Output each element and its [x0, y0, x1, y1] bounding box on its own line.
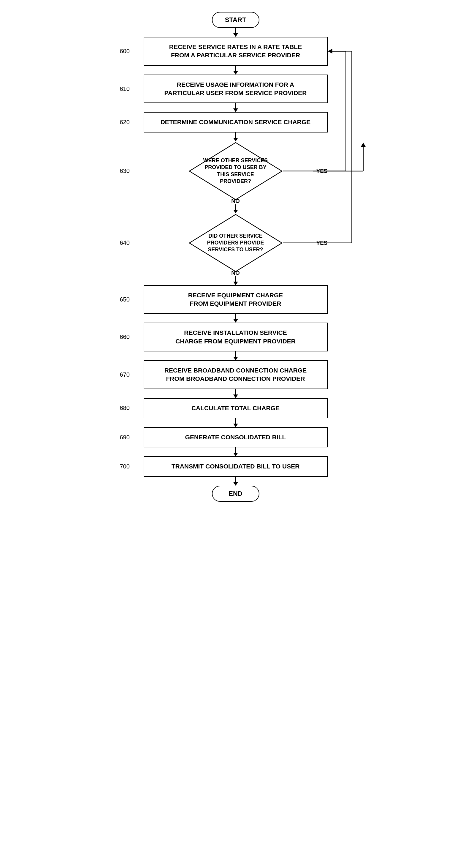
step640-diamond-container: DID OTHER SERVICE PROVIDERS PROVIDE SERV… — [188, 213, 283, 273]
step690-label: 690 — [120, 434, 130, 441]
step670-label: 670 — [120, 371, 130, 378]
step630-row: 630 WERE OTHER SERVICES PROVIDED TO USER… — [102, 142, 369, 201]
step620-row: 620 DETERMINE COMMUNICATION SERVICE CHAR… — [102, 112, 369, 132]
step670-box: RECEIVE BROADBAND CONNECTION CHARGE FROM… — [144, 360, 328, 389]
step610-box: RECEIVE USAGE INFORMATION FOR A PARTICUL… — [144, 74, 328, 103]
step620-label: 620 — [120, 119, 130, 126]
step640-section: 640 DID OTHER SERVICE PROVIDERS PROVIDE … — [102, 213, 369, 276]
step600-label: 600 — [120, 48, 130, 55]
step690-box: GENERATE CONSOLIDATED BILL — [144, 427, 328, 447]
flowchart: START 600 RECEIVE SERVICE RATES IN A RAT… — [102, 12, 369, 502]
end-row: END — [102, 486, 369, 502]
start-node: START — [212, 12, 259, 28]
end-node: END — [212, 486, 259, 502]
step600-box: RECEIVE SERVICE RATES IN A RATE TABLE FR… — [144, 37, 328, 66]
step650-box: RECEIVE EQUIPMENT CHARGE FROM EQUIPMENT … — [144, 285, 328, 314]
step650-label: 650 — [120, 296, 130, 303]
step640-row: 640 DID OTHER SERVICE PROVIDERS PROVIDE … — [102, 213, 369, 273]
step660-row: 660 RECEIVE INSTALLATION SERVICE CHARGE … — [102, 322, 369, 351]
step700-label: 700 — [120, 463, 130, 470]
step700-row: 700 TRANSMIT CONSOLIDATED BILL TO USER — [102, 456, 369, 476]
step680-label: 680 — [120, 405, 130, 411]
step640-text: DID OTHER SERVICE PROVIDERS PROVIDE SERV… — [188, 229, 283, 256]
step650-row: 650 RECEIVE EQUIPMENT CHARGE FROM EQUIPM… — [102, 285, 369, 314]
step630-diamond-container: WERE OTHER SERVICES PROVIDED TO USER BY … — [188, 142, 283, 201]
step660-box: RECEIVE INSTALLATION SERVICE CHARGE FROM… — [144, 322, 328, 351]
step670-row: 670 RECEIVE BROADBAND CONNECTION CHARGE … — [102, 360, 369, 389]
step620-box: DETERMINE COMMUNICATION SERVICE CHARGE — [144, 112, 328, 132]
start-row: START — [102, 12, 369, 28]
step640-yes-label: YES — [316, 240, 327, 246]
step610-row: 610 RECEIVE USAGE INFORMATION FOR A PART… — [102, 74, 369, 103]
step600-row: 600 RECEIVE SERVICE RATES IN A RATE TABL… — [102, 37, 369, 66]
step630-label: 630 — [120, 167, 130, 174]
step680-row: 680 CALCULATE TOTAL CHARGE — [102, 398, 369, 418]
step610-label: 610 — [120, 86, 130, 92]
step630-text: WERE OTHER SERVICES PROVIDED TO USER BY … — [188, 154, 283, 188]
step660-label: 660 — [120, 334, 130, 340]
step640-label: 640 — [120, 240, 130, 246]
step690-row: 690 GENERATE CONSOLIDATED BILL — [102, 427, 369, 447]
step700-box: TRANSMIT CONSOLIDATED BILL TO USER — [144, 456, 328, 476]
step630-section: 630 WERE OTHER SERVICES PROVIDED TO USER… — [102, 142, 369, 205]
step680-box: CALCULATE TOTAL CHARGE — [144, 398, 328, 418]
step630-yes-label: YES — [316, 168, 327, 174]
